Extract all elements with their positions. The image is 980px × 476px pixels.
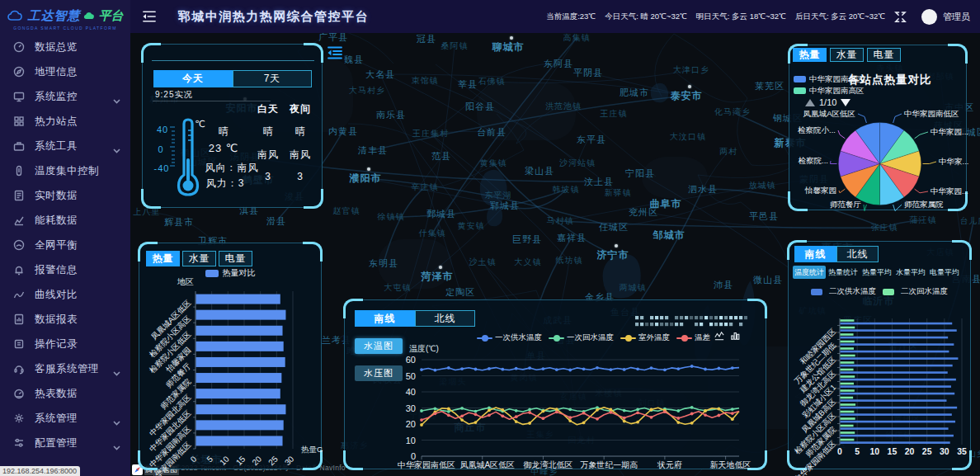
sidebar-item-热力站点[interactable]: 热力站点: [0, 109, 130, 134]
bar-return-temp[interactable]: [841, 361, 855, 364]
bar-return-temp[interactable]: [841, 369, 854, 371]
sidebar-item-数据报表[interactable]: 数据报表: [0, 307, 130, 332]
bar-return-temp[interactable]: [841, 425, 854, 427]
bar-supply-temp[interactable]: [841, 393, 955, 395]
bar[interactable]: [196, 357, 285, 367]
user-avatar[interactable]: [921, 9, 937, 25]
bar-return-temp[interactable]: [841, 411, 855, 413]
tab-north-line[interactable]: 北线: [836, 246, 879, 262]
bar-supply-temp[interactable]: [841, 357, 959, 360]
subtab-温度统计[interactable]: 温度统计: [793, 266, 826, 279]
legend-swatch[interactable]: [811, 289, 822, 295]
legend-swatch[interactable]: [883, 289, 894, 295]
bar-return-temp[interactable]: [841, 383, 854, 385]
bar-return-temp[interactable]: [841, 347, 854, 350]
sidebar-item-客服系统管理[interactable]: 客服系统管理: [0, 356, 130, 381]
bar-return-temp[interactable]: [841, 319, 855, 322]
sidebar-item-曲线对比[interactable]: 曲线对比: [0, 282, 130, 307]
sidebar-item-地理信息[interactable]: 地理信息: [0, 59, 130, 84]
bar[interactable]: [196, 436, 283, 445]
legend-item[interactable]: 一次回水温度: [549, 332, 614, 343]
tab-today[interactable]: 今天: [153, 70, 233, 87]
panel-collapse-icon[interactable]: [327, 45, 343, 60]
bar-supply-temp[interactable]: [841, 407, 958, 409]
tab-heat[interactable]: 热量: [793, 48, 827, 62]
bar-supply-temp[interactable]: [841, 323, 953, 325]
bar-supply-temp[interactable]: [841, 441, 950, 444]
bar-return-temp[interactable]: [841, 431, 855, 434]
bar[interactable]: [196, 420, 284, 430]
legend-swatch[interactable]: [794, 76, 806, 82]
subtab-热量统计[interactable]: 热量统计: [827, 266, 860, 279]
bar-supply-temp[interactable]: [841, 435, 954, 437]
subtab-水量平均[interactable]: 水量平均: [894, 266, 927, 279]
realtime-icon: [12, 190, 25, 202]
tab-7days[interactable]: 7天: [233, 70, 312, 87]
sidebar-item-报警信息[interactable]: 报警信息: [0, 257, 130, 282]
sidebar-item-温度集中控制[interactable]: 温度集中控制: [0, 158, 130, 183]
sidebar-item-配置管理[interactable]: 配置管理: [0, 431, 130, 455]
bar-supply-temp[interactable]: [841, 413, 952, 416]
tab-water[interactable]: 水量: [830, 48, 864, 62]
bar-supply-temp[interactable]: [841, 385, 951, 388]
bar[interactable]: [196, 295, 280, 304]
second-network-bar-chart[interactable]: 05101520253035中华家园南低区师范家属院检察院小区高区凤凰城B高区彩…: [789, 298, 972, 470]
sidebar-item-操作记录[interactable]: 操作记录: [0, 332, 130, 356]
bar[interactable]: [196, 373, 282, 383]
bar-return-temp[interactable]: [841, 403, 856, 406]
line-chart-icon[interactable]: [714, 331, 724, 341]
tab-electric[interactable]: 电量: [867, 48, 901, 62]
bar-supply-temp[interactable]: [841, 337, 949, 339]
tab-south-line[interactable]: 南线: [355, 310, 415, 327]
legend-item[interactable]: 一次供水温度: [477, 332, 542, 343]
bar-return-temp[interactable]: [841, 389, 855, 392]
bar-supply-temp[interactable]: [841, 343, 954, 346]
bar-supply-temp[interactable]: [841, 421, 956, 423]
bar-supply-temp[interactable]: [841, 427, 949, 430]
bar-return-temp[interactable]: [841, 333, 854, 336]
fullscreen-icon[interactable]: [894, 11, 907, 23]
tab-water[interactable]: 水量: [182, 251, 216, 266]
sidebar-item-数据总览[interactable]: 数据总览: [0, 35, 130, 59]
bar[interactable]: [196, 389, 280, 398]
bar-return-temp[interactable]: [841, 397, 854, 399]
bar-supply-temp[interactable]: [841, 379, 956, 381]
svg-text:10: 10: [406, 436, 416, 445]
bar[interactable]: [196, 404, 286, 414]
bar[interactable]: [196, 326, 283, 336]
bar-supply-temp[interactable]: [841, 371, 948, 374]
menu-fold-icon[interactable]: [142, 10, 157, 23]
subtab-热量平均[interactable]: 热量平均: [860, 266, 893, 279]
legend-item[interactable]: 室外温度: [620, 332, 670, 343]
tab-north-line[interactable]: 北线: [415, 310, 475, 327]
tab-south-line[interactable]: 南线: [794, 246, 836, 262]
bar-supply-temp[interactable]: [841, 351, 949, 353]
bar-return-temp[interactable]: [841, 355, 855, 357]
bar[interactable]: [196, 310, 286, 320]
legend-item[interactable]: 温差: [676, 332, 710, 343]
sidebar-item-全网平衡[interactable]: 全网平衡: [0, 233, 130, 257]
bar-supply-temp[interactable]: [841, 365, 953, 367]
tab-electric[interactable]: 电量: [219, 251, 252, 266]
bar[interactable]: [196, 342, 284, 351]
bar-return-temp[interactable]: [841, 341, 855, 343]
bar-return-temp[interactable]: [841, 439, 855, 441]
bar-return-temp[interactable]: [841, 417, 855, 420]
sidebar-item-系统监控[interactable]: 系统监控: [0, 84, 130, 109]
bar-chart-icon[interactable]: [730, 331, 740, 341]
sidebar-item-系统管理[interactable]: 系统管理: [0, 406, 130, 431]
water-temp-line-chart[interactable]: 温度(℃)0102030405060中华家园南低区凤凰城A区低区御龙湾北低区万象…: [345, 343, 767, 470]
sidebar-item-热表数据[interactable]: 热表数据: [0, 381, 130, 406]
station-heat-pie-chart[interactable]: 中华家园南低区中华家园...中华家...中华家园...师范家属院师范餐厅怡馨家园…: [789, 93, 968, 211]
heat-compare-bar-chart[interactable]: 地区051015202530热量G凤凰城A区低区检察院小区高区检察院小区低区怡馨…: [139, 276, 323, 470]
sidebar-item-能耗数据[interactable]: 能耗数据: [0, 208, 130, 233]
bar-supply-temp[interactable]: [841, 399, 947, 402]
sidebar-item-系统工具[interactable]: 系统工具: [0, 134, 130, 158]
subtab-电量平均[interactable]: 电量平均: [928, 266, 961, 279]
tab-heat[interactable]: 热量: [146, 251, 180, 266]
svg-text:5: 5: [205, 454, 214, 464]
bar-supply-temp[interactable]: [841, 329, 957, 332]
bar-return-temp[interactable]: [841, 375, 855, 378]
bar-return-temp[interactable]: [841, 327, 855, 329]
sidebar-item-实时数据[interactable]: 实时数据: [0, 183, 130, 208]
